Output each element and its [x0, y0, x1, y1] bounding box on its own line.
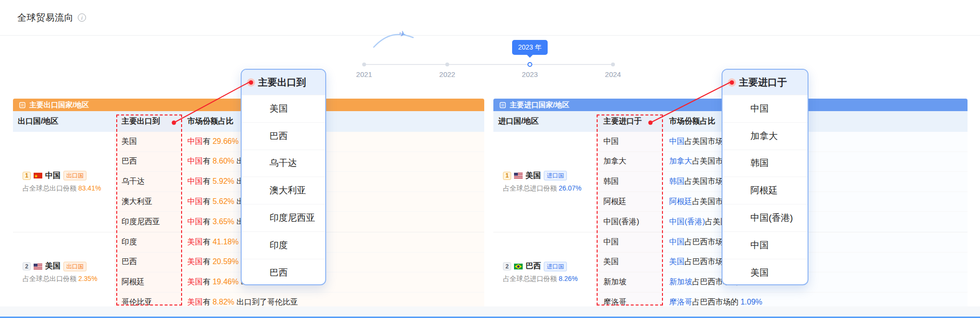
highlight-export-to-column: [116, 114, 182, 305]
popup-item[interactable]: 乌干达: [242, 150, 325, 177]
export-country-cell: 1 ★ 中国 出口国 占全球总出口份额 83.41%: [13, 132, 115, 232]
share-detail: 中国有 5.62% 出口到了澳大利亚: [182, 197, 484, 207]
col-import-country: 进口国/地区: [493, 116, 597, 127]
import-table-title: 主要进口国家/地区: [510, 101, 569, 110]
share-detail: 美国有 8.82% 出口到了哥伦比亚: [182, 297, 484, 306]
role-badge: 进口国: [544, 171, 567, 180]
slider-track[interactable]: [364, 64, 613, 65]
plane-icon: ✈: [371, 28, 415, 50]
role-badge: 出口国: [63, 262, 86, 271]
year-label-2021[interactable]: 2021: [350, 70, 379, 78]
import-popup: 主要进口于 中国 加拿大 韩国 阿根廷 中国(香港) 中国 美国: [722, 69, 808, 285]
import-popup-title: 主要进口于: [739, 76, 787, 89]
export-popup-title: 主要出口到: [258, 76, 306, 89]
flag-cn-icon: ★: [34, 173, 42, 178]
flag-us-icon: [514, 173, 523, 178]
share-detail: 美国有 19.46% 出口到了阿根廷: [182, 277, 484, 287]
rank-badge: 2: [23, 262, 31, 270]
rank-badge: 2: [503, 262, 511, 270]
share-detail: 中国有 3.65% 出口到了印度尼西亚: [182, 217, 484, 227]
share-detail: 加拿大占美国市场的: [663, 156, 968, 166]
flag-us-icon: [34, 264, 42, 269]
slider-dot-2024[interactable]: [611, 63, 615, 66]
table-icon: [499, 102, 506, 109]
share-detail: 中国有 8.60% 出口到了巴西: [182, 156, 484, 166]
table-icon: [19, 102, 26, 109]
year-tooltip: 2023 年: [512, 40, 548, 55]
popup-item[interactable]: 美国: [242, 95, 325, 122]
col-export-share: 市场份额占比: [182, 116, 484, 127]
popup-item[interactable]: 巴西: [242, 122, 325, 150]
share-detail: 中国(香港)占美国市场的: [663, 217, 968, 227]
svg-text:✈: ✈: [398, 29, 406, 39]
col-export-country: 出口国/地区: [13, 116, 115, 127]
role-badge: 进口国: [544, 262, 567, 271]
export-country-cell: 2 美国 出口国 占全球总出口份额 2.35%: [13, 232, 115, 306]
popup-item[interactable]: 印度: [242, 231, 325, 259]
info-icon[interactable]: i: [78, 13, 86, 22]
import-popup-header: 主要进口于: [723, 70, 808, 95]
share-detail: 中国占巴西市场的: [663, 237, 968, 247]
country-name: 巴西: [526, 261, 541, 271]
global-share: 占全球总进口份额 8.26%: [498, 275, 597, 283]
slider-dot-2021[interactable]: [362, 63, 366, 66]
highlight-import-from-column: [597, 114, 663, 305]
country-name: 中国: [45, 171, 61, 181]
share-detail: 摩洛哥占巴西市场的 1.09%: [663, 297, 968, 306]
flag-br-icon: [514, 264, 523, 269]
popup-item[interactable]: 加拿大: [723, 122, 808, 150]
popup-item[interactable]: 中国: [723, 231, 808, 259]
slider-dot-2022[interactable]: [445, 63, 449, 66]
year-label-2024[interactable]: 2024: [599, 70, 627, 78]
popup-item[interactable]: 中国: [723, 95, 808, 122]
global-share: 占全球总进口份额 26.07%: [498, 184, 597, 193]
popup-item[interactable]: 阿根廷: [723, 177, 808, 204]
share-detail: 中国有 29.66% 出口到了美国: [182, 137, 484, 147]
share-detail: 中国占美国市场的: [663, 137, 968, 147]
page-title: 全球贸易流向: [17, 12, 74, 24]
export-table-title: 主要出口国家/地区: [29, 101, 89, 110]
col-import-share: 市场份额占比: [663, 116, 968, 127]
country-name: 美国: [45, 261, 61, 271]
global-share: 占全球总出口份额 2.35%: [18, 275, 115, 283]
popup-item[interactable]: 印度尼西亚: [242, 204, 325, 231]
share-detail: 韩国占美国市场的: [663, 177, 968, 187]
share-detail: 新加坡占巴西市场的: [663, 277, 968, 287]
share-detail: 美国占巴西市场的: [663, 257, 968, 267]
import-country-cell: 2 巴西 进口国 占全球总进口份额 8.26%: [493, 232, 597, 306]
popup-item[interactable]: 美国: [723, 259, 808, 285]
popup-item[interactable]: 澳大利亚: [242, 177, 325, 204]
year-label-2022[interactable]: 2022: [433, 70, 462, 78]
svg-text:★: ★: [34, 174, 38, 178]
share-detail: 阿根廷占美国市场的: [663, 197, 968, 207]
global-share: 占全球总出口份额 83.41%: [18, 184, 115, 193]
popup-item[interactable]: 中国(香港): [723, 204, 808, 231]
popup-item[interactable]: 巴西: [242, 259, 325, 285]
slider-dot-2023[interactable]: [527, 62, 532, 67]
export-popup: 主要出口到 美国 巴西 乌干达 澳大利亚 印度尼西亚 印度 巴西: [241, 69, 326, 285]
export-popup-header: 主要出口到: [242, 70, 325, 95]
share-detail: 美国有 41.18% 出口到了印度: [182, 237, 484, 247]
target-icon: [249, 80, 253, 85]
country-name: 美国: [526, 171, 541, 181]
share-detail: 中国有 5.92% 出口到了乌干达: [182, 177, 484, 187]
target-icon: [730, 80, 734, 85]
rank-badge: 1: [503, 172, 511, 180]
role-badge: 出口国: [63, 171, 86, 180]
top-bar: 全球贸易流向 i: [0, 0, 980, 36]
rank-badge: 1: [23, 172, 31, 180]
popup-item[interactable]: 韩国: [723, 150, 808, 177]
import-country-cell: 1 美国 进口国 占全球总进口份额 26.07%: [493, 132, 597, 232]
year-label-2023[interactable]: 2023: [515, 70, 544, 78]
share-detail: 美国有 20.59% 出口到了巴西: [182, 257, 484, 267]
